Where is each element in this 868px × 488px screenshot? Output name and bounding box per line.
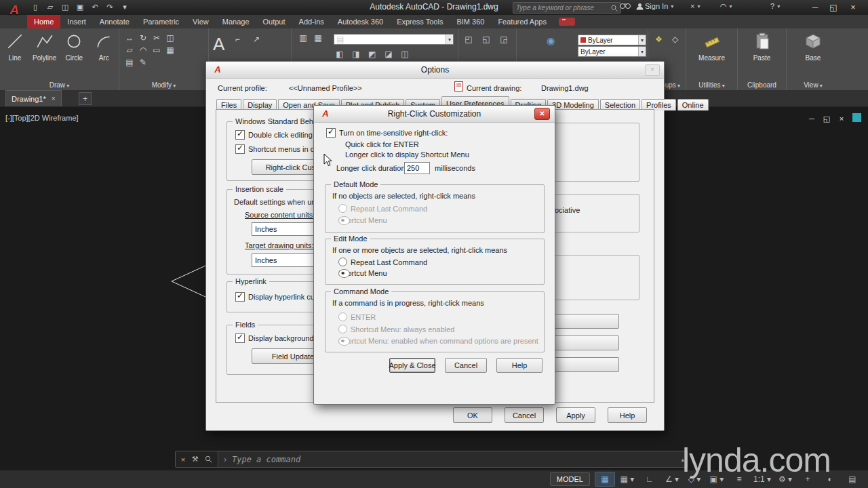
customize-wrench-icon[interactable]: ⚒	[192, 455, 199, 464]
options-tab[interactable]: Online	[677, 99, 709, 110]
default-shortcut-menu-radio[interactable]: Shortcut Menu	[338, 216, 387, 224]
panel-label-draw[interactable]: Draw	[0, 81, 119, 89]
command-line[interactable]: × ⚒ › Type a command ▴	[175, 451, 688, 468]
search-input[interactable]: Type a keyword or phrase	[513, 2, 621, 14]
stretch-icon[interactable]: ▭	[151, 45, 163, 56]
command-search-icon[interactable]	[205, 455, 212, 463]
ungroup-icon[interactable]: ◇	[669, 34, 682, 45]
match-properties-icon[interactable]: ◉	[547, 35, 555, 46]
ribbon-tab[interactable]: Express Tools	[390, 15, 450, 28]
ribbon-tab[interactable]: Manage	[216, 15, 256, 28]
group-icon[interactable]: ❖	[653, 34, 665, 45]
layer-tool-icon[interactable]: ◩	[366, 49, 378, 60]
layer-tool-icon[interactable]: ◪	[382, 49, 395, 60]
ribbon-tab[interactable]: View	[186, 15, 216, 28]
paste-label[interactable]: Paste	[753, 54, 771, 62]
scale-icon[interactable]: ▦	[164, 45, 176, 56]
panel-label-view[interactable]: View	[787, 81, 840, 89]
layer-properties-icon[interactable]: ▥	[297, 33, 309, 43]
paste-icon[interactable]	[754, 33, 770, 50]
erase-icon[interactable]: ✎	[137, 57, 149, 68]
fillet-icon[interactable]: ◠	[137, 45, 149, 56]
minimize-button[interactable]: ─	[807, 0, 823, 14]
default-repeat-last-radio[interactable]: Repeat Last Command	[338, 204, 427, 213]
rcc-close-button[interactable]: ✕	[534, 108, 550, 120]
snap-icon[interactable]: ▦ ▾	[617, 472, 637, 487]
apply-close-button[interactable]: Apply & Close	[389, 358, 435, 373]
layer-off-icon[interactable]: ▦	[312, 33, 324, 43]
copy-icon[interactable]: ◫	[164, 33, 176, 43]
restore-button[interactable]: ◱	[825, 0, 842, 14]
options-dialog-titlebar[interactable]: A Options ×	[206, 62, 664, 79]
infocenter-badge-icon[interactable]	[559, 18, 575, 26]
application-menu-button[interactable]: A	[4, 0, 24, 20]
help-button[interactable]: Help	[608, 407, 647, 423]
drawing-minimize-button[interactable]: ─	[806, 115, 818, 123]
dimension-icon[interactable]: ⌐	[231, 34, 243, 45]
close-tab-icon[interactable]: ×	[52, 95, 56, 102]
array-icon[interactable]: ▤	[123, 57, 136, 68]
ribbon-tab[interactable]: BIM 360	[450, 15, 491, 28]
ribbon-tab[interactable]: Featured Apps	[491, 15, 553, 28]
duration-input[interactable]: 250	[404, 162, 430, 174]
navbar-icon[interactable]	[852, 113, 861, 122]
command-enter-radio[interactable]: ENTER	[338, 312, 376, 321]
mirror-icon[interactable]: ▱	[123, 45, 136, 56]
rcc-cancel-button[interactable]: Cancel	[445, 358, 487, 373]
move-icon[interactable]: ↔	[123, 33, 136, 43]
ortho-icon[interactable]: ∟	[639, 472, 660, 487]
apply-button[interactable]: Apply	[556, 407, 595, 423]
insert-block-icon[interactable]: ◰	[462, 34, 475, 45]
edit-block-icon[interactable]: ◲	[498, 34, 510, 45]
panel-label-modify[interactable]: Modify	[119, 81, 208, 89]
create-block-icon[interactable]: ◱	[480, 34, 492, 45]
command-close-icon[interactable]: ×	[181, 455, 185, 464]
command-always-enabled-radio[interactable]: Shortcut Menu: always enabled	[338, 325, 454, 333]
ribbon-tab[interactable]: Parametric	[136, 15, 186, 28]
ribbon-tab[interactable]: Output	[256, 15, 292, 28]
edit-shortcut-menu-radio[interactable]: Shortcut Menu	[338, 269, 387, 277]
new-drawing-tab-button[interactable]: +	[79, 92, 92, 105]
panel-label-utilities[interactable]: Utilities	[686, 81, 737, 89]
rcc-dialog-titlebar[interactable]: A Right-Click Customization ✕	[314, 106, 555, 123]
viewport-controls[interactable]: [-][Top][2D Wireframe]	[5, 114, 79, 122]
model-space-button[interactable]: MODEL	[550, 472, 590, 486]
arc-tool[interactable]: Arc	[90, 33, 118, 62]
leader-icon[interactable]: ↗	[250, 34, 262, 45]
object-color-dropdown[interactable]: ByLayer	[578, 35, 646, 45]
line-tool[interactable]: Line	[1, 33, 29, 62]
ribbon-tab[interactable]: Home	[27, 15, 60, 28]
signin-menu[interactable]: Sign In	[636, 2, 673, 10]
ribbon-tab[interactable]: Autodesk 360	[331, 15, 390, 28]
close-button[interactable]: ×	[845, 0, 861, 14]
layer-tool-icon[interactable]: ◨	[350, 49, 362, 60]
panel-label-clipboard[interactable]: Clipboard	[738, 81, 786, 89]
exchange-search-icon[interactable]	[620, 2, 631, 9]
circle-tool[interactable]: Circle	[60, 33, 88, 62]
layer-tool-icon[interactable]: ◧	[334, 49, 346, 60]
measure-icon[interactable]	[703, 33, 721, 50]
measure-label[interactable]: Measure	[698, 54, 725, 62]
drawing-restore-button[interactable]: ◱	[821, 115, 833, 123]
ribbon-tab[interactable]: Annotate	[93, 15, 136, 28]
grid-icon[interactable]: ▦	[595, 472, 615, 487]
ribbon-tab[interactable]: Add-ins	[292, 15, 331, 28]
ok-button[interactable]: OK	[453, 407, 492, 423]
trim-icon[interactable]: ✂	[151, 33, 163, 43]
drawing-close-button[interactable]: ×	[835, 115, 848, 123]
exchange-apps-icon[interactable]: ×	[690, 2, 700, 10]
cancel-button[interactable]: Cancel	[505, 407, 544, 423]
ribbon-tab[interactable]: Insert	[60, 15, 93, 28]
lineweight-dropdown[interactable]: ByLayer	[578, 46, 646, 57]
polar-tracking-icon[interactable]: ∠ ▾	[662, 472, 682, 487]
base-icon[interactable]	[804, 33, 822, 50]
polyline-tool[interactable]: Polyline	[31, 33, 59, 62]
drawing-file-tab[interactable]: Drawing1* ×	[5, 90, 62, 106]
base-label[interactable]: Base	[806, 54, 821, 62]
help-icon[interactable]: ?	[770, 2, 780, 10]
rcc-help-button[interactable]: Help	[496, 358, 542, 373]
layer-tool-icon[interactable]: ◫	[399, 49, 411, 60]
time-sensitive-checkbox[interactable]: Turn on time-sensitive right-click:	[326, 128, 448, 138]
layer-dropdown[interactable]: ▤	[334, 34, 454, 45]
rotate-icon[interactable]: ↻	[137, 33, 149, 43]
